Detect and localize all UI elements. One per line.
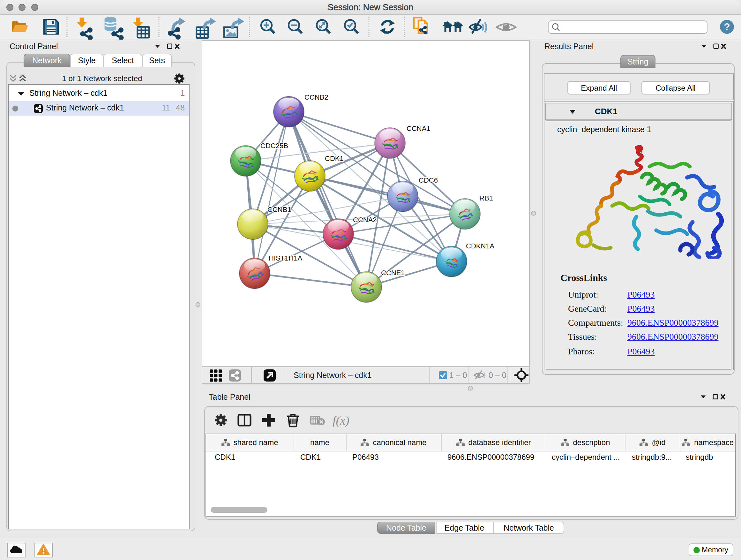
svg-text:0 – 0: 0 – 0 xyxy=(488,371,507,380)
svg-text:HIST1H1A: HIST1H1A xyxy=(269,254,302,262)
svg-text:1 – 0: 1 – 0 xyxy=(449,371,467,380)
svg-text:RB1: RB1 xyxy=(479,194,493,202)
svg-text:CDC25B: CDC25B xyxy=(260,142,288,150)
svg-text:CCNA2: CCNA2 xyxy=(353,216,377,224)
svg-text:CDC6: CDC6 xyxy=(419,176,438,184)
svg-text:f(x): f(x) xyxy=(333,414,349,428)
svg-text:CCNB1: CCNB1 xyxy=(267,206,291,213)
svg-text:CCNB2: CCNB2 xyxy=(305,93,328,101)
svg-text:CCNA1: CCNA1 xyxy=(407,125,430,132)
svg-text:String Network – cdk1: String Network – cdk1 xyxy=(293,371,372,380)
svg-text:CCNE1: CCNE1 xyxy=(381,269,405,277)
svg-text:CDK1: CDK1 xyxy=(325,154,344,163)
svg-text:CDKN1A: CDKN1A xyxy=(466,242,495,250)
svg-text:?: ? xyxy=(724,21,730,33)
